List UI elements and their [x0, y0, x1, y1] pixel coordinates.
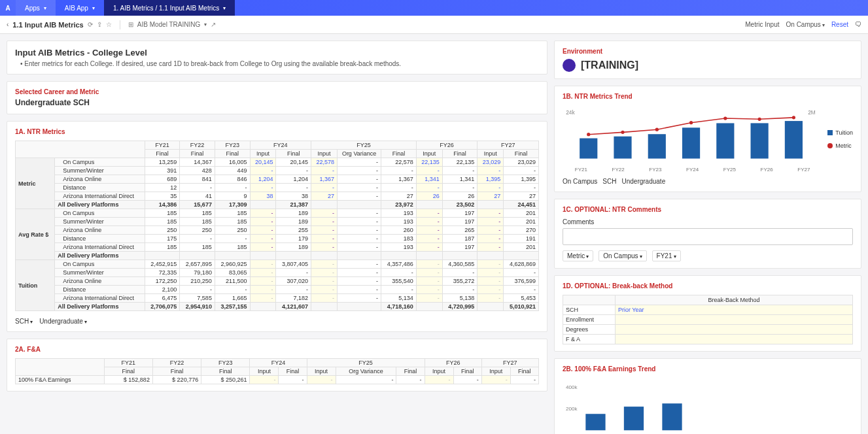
- legend-metric: Metric: [827, 142, 853, 149]
- ntr-title: 1A. NTR Metrics: [15, 128, 539, 135]
- page-title: Input AIB Metrics - College Level: [15, 48, 539, 58]
- top-bar: A Apps AIB App 1. AIB Metrics / 1.1 Inpu…: [0, 0, 868, 16]
- ntr-metrics-card: 1A. NTR Metrics FY21 FY22 FY23 FY24 FY25…: [7, 121, 547, 332]
- svg-point-12: [689, 121, 693, 124]
- svg-rect-4: [648, 134, 666, 158]
- selected-metric-card: Selected Career and Metric Undergraduate…: [7, 81, 547, 114]
- svg-text:24k: 24k: [566, 109, 575, 116]
- svg-point-14: [758, 118, 761, 121]
- apps-menu[interactable]: Apps: [16, 0, 56, 16]
- table-row[interactable]: Arizona Online172,250210,250211,500-307,…: [16, 277, 539, 286]
- svg-point-11: [655, 128, 659, 131]
- trend-sel-c: Undergraduate: [621, 178, 665, 185]
- table-row[interactable]: Arizona Online6898418461,2041,2041,367-1…: [16, 175, 539, 184]
- fa-title: 2A. F&A: [15, 346, 539, 353]
- svg-text:2M: 2M: [808, 109, 816, 116]
- metric-input-pill[interactable]: Metric Input: [745, 21, 779, 28]
- svg-rect-19: [624, 407, 644, 430]
- refresh-icon[interactable]: ⟳: [88, 21, 93, 28]
- env-indicator-icon: [563, 59, 576, 72]
- reset-link[interactable]: Reset: [831, 21, 848, 28]
- selected-value: Undergraduate SCH: [15, 98, 539, 107]
- share-icon[interactable]: ⇪: [97, 21, 102, 28]
- app-name-tab[interactable]: AIB App: [56, 0, 104, 16]
- ntr-table[interactable]: FY21 FY22 FY23 FY24 FY25 FY26 FY27 Final…: [15, 141, 539, 311]
- breakback-row[interactable]: Degrees: [563, 325, 853, 335]
- table-row[interactable]: Arizona Online250250250-255--260-265-270: [16, 226, 539, 235]
- breakback-row[interactable]: Enrollment: [563, 315, 853, 325]
- on-campus-pill[interactable]: On Campus: [786, 21, 825, 28]
- svg-rect-5: [682, 127, 700, 158]
- svg-rect-3: [614, 137, 631, 159]
- svg-rect-7: [751, 123, 769, 158]
- ntr-trend-card: 1B. NTR Metrics Trend 24k 2M FY21FY22FY2…: [554, 86, 861, 192]
- filter-metric[interactable]: Metric: [563, 250, 593, 261]
- svg-text:200k: 200k: [566, 406, 578, 412]
- table-row[interactable]: Summer/Winter391428449---------: [16, 167, 539, 175]
- selected-label: Selected Career and Metric: [15, 88, 539, 95]
- fa-trend-card: 2B. 100% F&A Earnings Trend 400k 200k FY…: [554, 358, 861, 434]
- filter-year[interactable]: FY21: [652, 250, 681, 261]
- trend-sel-a: On Campus: [563, 178, 597, 185]
- chart-x-labels: FY21FY22FY23FY24FY25FY26FY27: [563, 167, 822, 173]
- fa-row[interactable]: 100% F&A Earnings $ 152,882$ 220,776$ 25…: [16, 376, 539, 384]
- comments-title: 1C. OPTIONAL: NTR Comments: [563, 206, 853, 213]
- table-row[interactable]: Summer/Winter185185185-189--193-197-201: [16, 218, 539, 226]
- breakback-title: 1D. OPTIONAL: Break-back Method: [563, 282, 853, 290]
- svg-rect-8: [785, 121, 803, 159]
- header-card: Input AIB Metrics - College Level Enter …: [7, 41, 547, 75]
- env-label: Environment: [563, 48, 853, 55]
- fa-trend-chart: 400k 200k: [563, 378, 853, 434]
- table-row[interactable]: Avg Rate $On Campus185185185-189--193-19…: [16, 209, 539, 218]
- model-selector[interactable]: AIB Model TRAINING: [137, 21, 207, 28]
- pager-undergrad[interactable]: Undergraduate: [39, 318, 87, 325]
- trend-title: 1B. NTR Metrics Trend: [563, 93, 853, 100]
- svg-point-13: [723, 116, 727, 120]
- external-link-icon[interactable]: ↗: [211, 21, 216, 28]
- breakback-row[interactable]: SCHPrior Year: [563, 305, 853, 315]
- table-row[interactable]: Arizona International Direct185185185-18…: [16, 243, 539, 252]
- sub-bar: ‹ 1.1 Input AIB Metrics ⟳ ⇪ ☆ ⊞ AIB Mode…: [0, 16, 868, 34]
- breakback-card: 1D. OPTIONAL: Break-back Method Break-Ba…: [554, 275, 861, 352]
- breadcrumb-tab[interactable]: 1. AIB Metrics / 1.1 Input AIB Metrics: [104, 0, 235, 16]
- breakback-table[interactable]: Break-Back Method SCHPrior YearEnrollmen…: [563, 295, 853, 344]
- svg-rect-6: [716, 123, 734, 158]
- comments-label: Comments: [563, 218, 853, 225]
- table-row[interactable]: Distance2,100-----------: [16, 286, 539, 294]
- app-logo[interactable]: A: [0, 0, 16, 16]
- table-row[interactable]: Arizona International Direct6,4757,5851,…: [16, 294, 539, 303]
- table-row[interactable]: Distance12-----------: [16, 184, 539, 192]
- comments-input[interactable]: [563, 228, 853, 245]
- divider: [120, 20, 120, 29]
- back-icon[interactable]: ‹: [7, 21, 9, 28]
- comment-icon[interactable]: 🗨: [855, 21, 861, 28]
- star-icon[interactable]: ☆: [106, 21, 112, 28]
- table-row[interactable]: Arizona International Direct35419383827-…: [16, 192, 539, 201]
- svg-point-9: [587, 133, 590, 136]
- env-name: [TRAINING]: [581, 59, 638, 71]
- table-total-row: All Delivery Platforms2,706,0752,954,910…: [16, 303, 539, 311]
- model-icon[interactable]: ⊞: [128, 21, 133, 28]
- fa-card: 2A. F&A FY21FY22FY23 FY24 FY25 FY26 FY27…: [7, 339, 547, 392]
- page-subtitle: Enter metrics for each College. If desir…: [15, 60, 539, 67]
- filter-campus[interactable]: On Campus: [599, 250, 646, 261]
- svg-rect-20: [662, 403, 682, 430]
- fa-trend-title: 2B. 100% F&A Earnings Trend: [563, 365, 853, 373]
- table-row[interactable]: Summer/Winter72,33579,18083,065---------: [16, 269, 539, 277]
- ntr-trend-chart: 24k 2M: [563, 105, 822, 164]
- page-name: 1.1 Input AIB Metrics: [12, 21, 83, 29]
- table-row[interactable]: TuitionOn Campus2,452,9152,657,8952,960,…: [16, 260, 539, 269]
- environment-card: Environment [TRAINING]: [554, 41, 861, 79]
- legend-tuition: Tuition: [827, 129, 853, 136]
- breakback-row[interactable]: F & A: [563, 335, 853, 344]
- table-total-row: All Delivery Platforms14,38615,67717,309…: [16, 201, 539, 209]
- svg-rect-2: [580, 139, 597, 159]
- table-row[interactable]: Distance175---179--183-187-191: [16, 235, 539, 243]
- pager-sch[interactable]: SCH: [15, 318, 33, 325]
- trend-sel-b: SCH: [602, 178, 616, 185]
- comments-card: 1C. OPTIONAL: NTR Comments Comments Metr…: [554, 199, 861, 269]
- fa-table[interactable]: FY21FY22FY23 FY24 FY25 FY26 FY27 FinalFi…: [15, 358, 539, 384]
- svg-text:400k: 400k: [566, 384, 578, 390]
- svg-point-10: [621, 131, 624, 134]
- table-row[interactable]: MetricOn Campus13,25914,36716,00520,1452…: [16, 158, 539, 167]
